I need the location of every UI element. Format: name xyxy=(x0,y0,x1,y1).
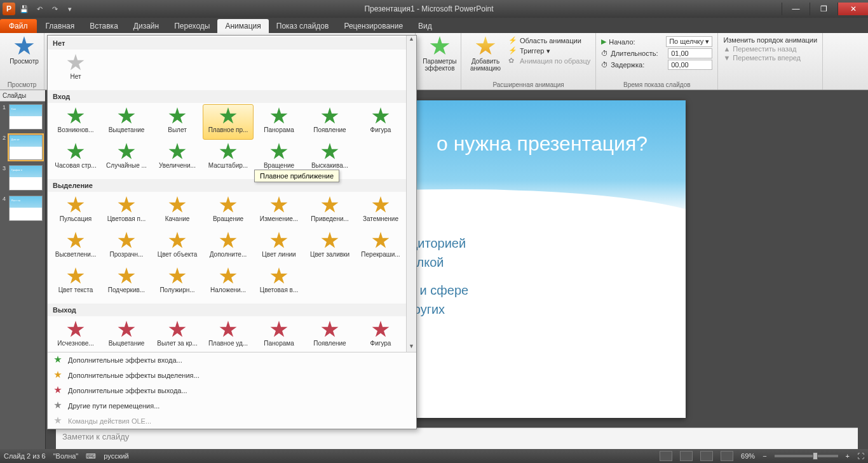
ribbon-group-timing: ▶Начало:По щелчку ▾ ⏱Длительность:01,00 … xyxy=(596,33,718,90)
animation-effect-item[interactable]: Цветовая п... xyxy=(101,193,152,229)
scroll-down-icon[interactable]: ▼ xyxy=(407,343,416,352)
effect-label: Возникнов... xyxy=(51,126,100,133)
animation-effect-item[interactable]: Фигура xyxy=(355,104,406,140)
animation-effect-item[interactable]: Прозрачн... xyxy=(101,229,152,264)
slideshow-view-button[interactable] xyxy=(721,451,733,461)
scroll-up-icon[interactable]: ▲ xyxy=(407,36,416,44)
animation-effect-item[interactable]: Наложени... xyxy=(203,264,254,300)
animation-effect-item[interactable]: Вылет xyxy=(152,104,203,140)
animation-painter-button[interactable]: ✿Анимация по образцу xyxy=(508,57,590,65)
sorter-view-button[interactable] xyxy=(680,451,693,461)
save-icon[interactable]: 💾 xyxy=(18,3,31,15)
animation-effect-item[interactable]: Масштабир... xyxy=(203,140,254,175)
star-icon xyxy=(168,196,186,214)
slide-title[interactable]: о нужна презентация? xyxy=(437,132,648,156)
zoom-out-button[interactable]: − xyxy=(763,452,766,460)
animation-effect-item[interactable]: Случайные ... xyxy=(101,140,152,175)
duration-input[interactable]: 01,00 xyxy=(668,48,712,58)
animation-effect-item[interactable]: Полужирн... xyxy=(152,264,203,300)
normal-view-button[interactable] xyxy=(660,451,672,461)
animation-effect-item[interactable]: Дополните... xyxy=(203,229,254,264)
slide-thumbnail[interactable]: 2Для че xyxy=(3,135,43,160)
ribbon-tab[interactable]: Рецензирование xyxy=(336,19,410,33)
effect-options-button[interactable]: Параметры эффектов xyxy=(421,35,459,72)
animation-effect-item[interactable]: Пульсация xyxy=(50,193,101,229)
animation-effect-item[interactable]: Появление xyxy=(304,104,355,140)
zoom-slider[interactable] xyxy=(775,455,838,457)
animation-effect-item[interactable]: Качание xyxy=(152,193,203,229)
effect-label: Вылет xyxy=(153,126,202,133)
move-later-button[interactable]: ▼ Переместить вперед xyxy=(723,54,817,62)
add-animation-button[interactable]: Добавить анимацию xyxy=(466,35,505,72)
animation-effect-item[interactable]: Появление xyxy=(304,318,355,352)
move-earlier-button[interactable]: ▲ Переместить назад xyxy=(723,45,817,53)
animation-effect-item[interactable]: Панорама xyxy=(254,318,304,352)
ribbon-tab[interactable]: Вид xyxy=(410,19,440,33)
minimize-button[interactable]: — xyxy=(782,3,810,15)
group-title-timing: Время показа слайдов xyxy=(601,80,712,88)
notes-pane[interactable]: Заметки к слайду xyxy=(56,427,858,449)
gallery-footer-item[interactable]: Другие пути перемещения... xyxy=(48,398,416,413)
animation-effect-item[interactable]: Приведени... xyxy=(304,193,355,229)
fit-window-button[interactable]: ⛶ xyxy=(857,452,864,460)
animation-effect-item[interactable]: Цвет текста xyxy=(50,264,101,300)
status-zoom[interactable]: 69% xyxy=(741,452,755,460)
ribbon-tab[interactable]: Переходы xyxy=(166,19,217,33)
slide-thumbnail[interactable]: 4Рост по xyxy=(3,196,43,221)
preview-button[interactable]: Просмотр xyxy=(5,35,43,65)
slides-panel-tab[interactable]: Слайды xyxy=(0,90,45,102)
delay-input[interactable]: 00,00 xyxy=(668,60,712,70)
animation-effect-item[interactable]: Затемнение xyxy=(355,193,406,229)
animation-effect-item[interactable]: Вылет за кр... xyxy=(152,318,203,352)
animation-effect-item[interactable]: Цветовая в... xyxy=(254,264,304,300)
maximize-button[interactable]: ❐ xyxy=(810,3,837,15)
effect-label: Дополните... xyxy=(203,251,253,258)
animation-effect-item[interactable]: Перекраши... xyxy=(355,229,406,264)
animation-pane-button[interactable]: ⚡Область анимации xyxy=(508,36,590,45)
animation-effect-item[interactable]: Плавное уд... xyxy=(203,318,254,352)
animation-effect-item[interactable]: Нет xyxy=(50,51,101,86)
quick-access-toolbar: P 💾 ↶ ↷ ▾ xyxy=(0,3,76,15)
gallery-scrollbar[interactable]: ▲ ▼ xyxy=(406,36,416,352)
redo-icon[interactable]: ↷ xyxy=(48,3,61,15)
ribbon-tab[interactable]: Показ слайдов xyxy=(269,19,337,33)
animation-effect-item[interactable]: Исчезнове... xyxy=(50,318,101,352)
animation-effect-item[interactable]: Панорама xyxy=(254,104,304,140)
animation-effect-item[interactable]: Плавное пр... xyxy=(203,104,254,140)
close-button[interactable]: ✕ xyxy=(837,3,868,15)
animation-effect-item[interactable]: Цвет линии xyxy=(254,229,304,264)
animation-effect-item[interactable]: Изменение... xyxy=(254,193,304,229)
slide-thumbnail[interactable]: 3График п xyxy=(3,165,43,191)
animation-effect-item[interactable]: Вращение xyxy=(203,193,254,229)
effect-label: Появление xyxy=(305,126,355,133)
app-icon[interactable]: P xyxy=(3,3,15,15)
status-language[interactable]: русский xyxy=(104,452,128,460)
animation-effect-item[interactable]: Высветлени... xyxy=(50,229,101,264)
start-dropdown[interactable]: По щелчку ▾ xyxy=(666,36,712,47)
animation-effect-item[interactable]: Часовая стр... xyxy=(50,140,101,175)
qat-more-icon[interactable]: ▾ xyxy=(64,3,76,15)
language-icon[interactable]: ⌨ xyxy=(86,452,96,460)
file-tab[interactable]: Файл xyxy=(0,19,37,33)
slide-thumbnail[interactable]: 1Соз xyxy=(3,104,43,130)
zoom-in-button[interactable]: + xyxy=(846,452,850,460)
gallery-footer-item[interactable]: Дополнительные эффекты выделения... xyxy=(48,368,416,383)
animation-effect-item[interactable]: Выцветание xyxy=(101,318,152,352)
reading-view-button[interactable] xyxy=(700,451,713,461)
ribbon-tab[interactable]: Вставка xyxy=(82,19,126,33)
ribbon-tab[interactable]: Дизайн xyxy=(126,19,166,33)
duration-label: Длительность: xyxy=(611,50,665,57)
animation-effect-item[interactable]: Подчеркив... xyxy=(101,264,152,300)
ribbon-tab[interactable]: Главная xyxy=(38,19,83,33)
animation-effect-item[interactable]: Возникнов... xyxy=(50,104,101,140)
trigger-button[interactable]: ⚡Триггер ▾ xyxy=(508,46,590,55)
gallery-footer-item[interactable]: Дополнительные эффекты выхода... xyxy=(48,383,416,398)
animation-effect-item[interactable]: Цвет заливки xyxy=(304,229,355,264)
animation-effect-item[interactable]: Выцветание xyxy=(101,104,152,140)
undo-icon[interactable]: ↶ xyxy=(33,3,46,15)
animation-effect-item[interactable]: Цвет объекта xyxy=(152,229,203,264)
animation-effect-item[interactable]: Увеличени... xyxy=(152,140,203,175)
ribbon-tab[interactable]: Анимация xyxy=(217,19,268,33)
gallery-footer-item[interactable]: Дополнительные эффекты входа... xyxy=(48,352,416,368)
animation-effect-item[interactable]: Фигура xyxy=(355,318,406,352)
